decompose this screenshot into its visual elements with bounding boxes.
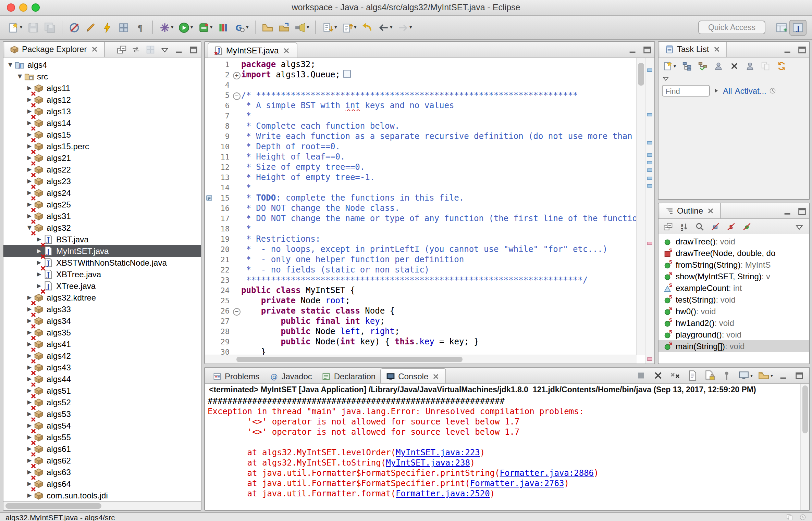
package-explorer-tab[interactable]: Package Explorer [5,42,104,57]
collapse-all-button[interactable] [661,220,675,233]
tree-item-MyIntSET.java[interactable]: ▶JMyIntSET.java [3,245,201,257]
open-type-button[interactable] [259,20,275,35]
scrollbar-thumb[interactable] [802,385,808,433]
tree-item-XTree.java[interactable]: ▶JXTree.java [3,280,201,292]
tab-problems[interactable]: Problems [208,369,264,383]
editor-tab-myintset[interactable]: J MyIntSET.java [208,42,297,58]
remove-launch-button[interactable] [650,368,666,383]
stack-trace-link[interactable]: Formatter.java:2763 [470,479,564,488]
link-with-editor-button[interactable] [131,44,141,54]
open-perspective-button[interactable] [774,20,789,35]
outline-item-hw1and2-[interactable]: Shw1and2() : void [659,317,809,329]
outline-tab[interactable]: Outline [660,203,721,218]
outline-item-test-string-[interactable]: Stest(String) : void [659,294,809,305]
minimize-window-button[interactable] [19,3,27,12]
editor-hscrollbar[interactable] [205,355,637,364]
code-line[interactable]: 22 * - no fields (static or non static) [205,265,637,275]
sort-button[interactable]: az [677,220,691,233]
outline-item-drawtree-node-double-do[interactable]: SdrawTree(Node, double, do [659,247,809,259]
code-line[interactable]: 21 * - only one helper function per defi… [205,255,637,265]
console-output[interactable]: ########################################… [205,396,801,510]
close-outline-icon[interactable] [706,206,715,216]
save-button[interactable] [25,20,41,35]
scrollbar-thumb[interactable] [236,357,463,362]
hide-non-public-button[interactable] [740,220,754,233]
forward-button[interactable]: ▾ [395,20,414,35]
save-all-button[interactable] [41,20,57,35]
hide-static-members-button[interactable]: S [724,220,738,233]
quick-fix-button[interactable] [99,20,115,35]
expand-arrow-icon[interactable]: ▶ [25,492,34,498]
outline-item-drawtree-[interactable]: drawTree() : void [659,236,809,247]
editor-minimize-button[interactable] [628,45,638,55]
tree-item-XBSTWithNonStaticNode.java[interactable]: ▶JXBSTWithNonStaticNode.java [3,257,201,268]
code-line[interactable]: 26− private static class Node { [205,306,637,316]
code-line[interactable]: 7 * [205,111,637,121]
tab-javadoc[interactable]: @Javadoc [264,369,317,383]
code-line[interactable]: 1package algs32; [205,60,637,70]
collapse-arrow-icon[interactable]: ▼ [6,62,14,68]
search-button[interactable]: ▾ [292,20,311,35]
java-perspective-button[interactable]: J [789,20,807,35]
filter-activate-link[interactable]: Activat... [735,86,766,96]
console-minimize-button[interactable] [778,370,789,381]
code-line[interactable]: 9 * Write each function as a separate re… [205,131,637,142]
outline-item-show-myintset-string-[interactable]: Sshow(MyIntSET, String) : v [659,270,809,282]
scrollbar-thumb[interactable] [638,63,644,86]
scheduled-button[interactable] [695,60,710,73]
pin-console-button[interactable] [719,368,735,383]
task-find-input[interactable] [662,85,710,97]
outline-maximize-button[interactable] [797,206,807,216]
close-package-explorer-icon[interactable] [89,45,99,54]
tree-item-algs11[interactable]: ▶algs11 [3,82,201,94]
editor-maximize-button[interactable] [642,45,652,55]
previous-annotation-button[interactable]: ▾ [340,20,358,35]
terminate-button[interactable] [633,368,649,383]
focus-on-task-button[interactable] [145,44,156,54]
code-line[interactable]: 27 public final int key; [205,316,637,327]
code-line[interactable]: 12 * Size of empty tree==0. [205,162,637,173]
editor-vscrollbar[interactable] [636,58,645,355]
code-line[interactable]: 13 * Height of empty tree=-1. [205,173,637,183]
outline-item-hw0-[interactable]: Shw0() : void [659,305,809,317]
stack-trace-link[interactable]: MyIntSET.java:223 [396,448,480,457]
fold-collapse-icon[interactable]: − [233,308,241,315]
outline-item-examplecount[interactable]: SexampleCount : int [659,282,809,294]
display-selected-console-button[interactable]: ▾ [736,368,755,383]
close-task-list-icon[interactable] [712,45,721,54]
synchronize-button[interactable] [774,60,788,73]
code-line[interactable]: 18 * [205,224,637,234]
close-tab-icon[interactable] [431,371,441,381]
clock-icon[interactable] [769,87,777,94]
junit-button[interactable] [215,20,231,35]
outline-item-fromstring-string-[interactable]: SfromString(String) : MyIntS [659,259,809,270]
next-annotation-button[interactable]: ▾ [320,20,339,35]
copy-details-button[interactable] [758,60,773,73]
zoom-window-button[interactable] [32,3,40,12]
code-line[interactable]: 24public class MyIntSET { [205,285,637,296]
close-window-button[interactable] [7,3,15,12]
delete-task-button[interactable] [727,60,741,73]
code-line[interactable]: 14 * [205,183,637,193]
status-trim-icon-1[interactable] [786,513,793,521]
hide-fields-button[interactable] [709,220,722,233]
fold-collapse-icon[interactable]: − [233,92,241,100]
new-task-button[interactable]: ▾ [661,60,678,73]
mark-occurrences-button[interactable] [115,20,131,35]
code-line[interactable]: 5−/* ***********************************… [205,90,637,101]
code-line[interactable]: 2+import algs13.Queue; [205,70,637,80]
console-vscrollbar[interactable] [800,384,809,510]
quick-access-button[interactable]: Quick Access [698,21,765,34]
close-editor-tab-icon[interactable] [281,46,291,55]
tab-declaration[interactable]: Declaration [317,369,380,383]
code-line[interactable]: 6 * A simple BST with int keys and no va… [205,101,637,111]
run-button[interactable]: ▾ [176,20,195,35]
clear-console-button[interactable] [685,368,700,383]
filter-all-link[interactable]: All [723,86,732,96]
collapse-arrow-icon[interactable]: ▼ [16,73,24,79]
last-edit-location-button[interactable] [359,20,375,35]
remove-all-terminated-button[interactable] [667,368,683,383]
categorized-button[interactable] [679,60,694,73]
code-line[interactable]: 25 private Node root; [205,296,637,306]
task-list-minimize-button[interactable] [783,44,793,54]
